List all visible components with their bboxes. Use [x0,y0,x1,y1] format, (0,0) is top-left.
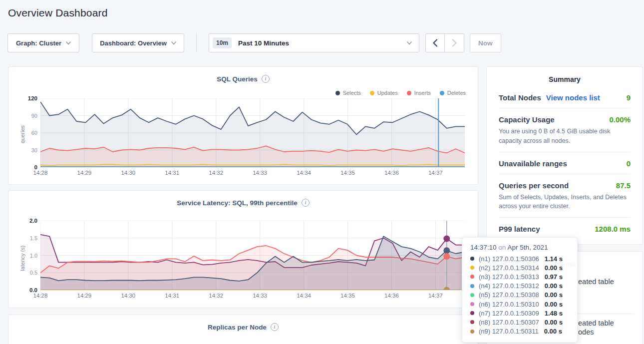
tooltip-row: (n6) 127.0.0.1:503100.00 s [470,300,570,309]
time-next-button[interactable] [445,33,464,52]
summary-row: Capacity Usage0.00%You are using 0 B of … [499,108,631,152]
tooltip-node: (n6) 127.0.0.1:50310 [479,301,539,308]
sql-legend: SelectsUpdatesInsertsDeletes [335,90,466,96]
tooltip-time: 14:37:10 [470,244,497,251]
chevron-down-icon [407,41,412,45]
x-axis-tick: 14:36 [384,293,399,299]
summary-desc: You are using 0 B of 4.5 GiB usable disk… [499,127,631,146]
legend-label: Selects [343,90,361,96]
y-axis-label: latency (s) [19,246,25,271]
overview-dashboard-page: Overview Dashboard Graph: Cluster Dashbo… [0,0,644,344]
summary-rows: Total NodesView nodes list9Capacity Usag… [487,86,643,239]
x-axis-tick: 14:33 [253,293,267,299]
summary-row: Unavailable ranges0 [499,152,631,174]
tooltip-row: (n5) 127.0.0.1:503080.00 s [470,291,570,300]
dashboard-dropdown[interactable]: Dashboard: Overview [92,33,184,52]
page-title: Overview Dashboard [8,7,108,19]
time-range-dropdown[interactable]: 10m Past 10 Minutes [209,33,419,52]
dashboard-dropdown-label: Dashboard: Overview [100,39,167,47]
x-axis-tick: 14:30 [121,293,135,299]
y-axis-tick: 60 [31,130,37,136]
tooltip-date: Apr 5th, 2021 [507,244,548,251]
tooltip-value: 0.00 s [545,291,563,299]
y-axis-tick: 2.0 [29,218,37,224]
summary-value: 1208.0 ms [595,225,631,233]
legend-dot [407,91,411,95]
tooltip-node: (n5) 127.0.0.1:50308 [479,291,539,299]
tooltip-value: 0.00 s [545,282,563,290]
tooltip-node: (n8) 127.0.0.1:50307 [479,319,539,326]
x-axis-ticks: 14:2814:2914:3014:3114:3214:3314:3414:35… [40,170,465,178]
summary-panel: Summary Total NodesView nodes list9Capac… [486,66,643,245]
tooltip-node: (n2) 127.0.0.1:50314 [479,264,539,272]
event-text-fragment: eated table [578,278,614,286]
tooltip-timestamp: 14:37:10 on Apr 5th, 2021 [470,244,570,251]
legend-item-updates[interactable]: Updates [370,90,398,96]
tooltip-node: (n9) 127.0.0.1:50311 [479,328,539,335]
summary-label: Total Nodes [499,93,541,102]
info-icon[interactable]: i [262,75,270,83]
y-axis-tick: 0.5 [30,270,37,276]
series-color-dot [470,330,474,334]
series-color-dot [470,266,474,270]
summary-label: Unavailable ranges [499,159,567,168]
x-axis-tick: 14:34 [297,293,311,299]
tooltip-node: (n4) 127.0.0.1:50312 [479,282,539,290]
graph-dropdown[interactable]: Graph: Cluster [7,33,79,52]
x-axis-tick: 14:28 [33,293,48,299]
series-color-dot [470,293,474,297]
tooltip-value: 0.00 s [544,328,562,335]
time-prev-button[interactable] [425,33,445,52]
summary-label: Capacity Usage [499,115,555,124]
legend-item-selects[interactable]: Selects [335,90,361,96]
summary-row: P99 latency1208.0 ms [499,217,631,239]
series-color-dot [470,275,474,279]
summary-label: P99 latency [499,225,540,233]
view-nodes-link[interactable]: View nodes list [546,93,600,102]
y-axis-tick: 90 [31,113,37,119]
tooltip-node: (n3) 127.0.0.1:50313 [479,273,539,281]
service-latency-chart[interactable] [40,221,465,290]
x-axis-tick: 14:29 [77,293,91,299]
x-axis-tick: 14:29 [77,170,91,176]
sql-queries-chart[interactable] [40,98,465,167]
x-axis-tick: 14:35 [340,170,355,176]
x-axis-tick: 14:34 [297,170,311,176]
sql-queries-title-row: SQL Queries i [8,75,478,83]
tooltip-row: (n9) 127.0.0.1:503110.00 s [470,327,570,336]
tooltip-value: 1.48 s [545,310,563,317]
legend-dot [370,91,374,95]
info-icon[interactable]: i [271,323,279,331]
y-axis-tick: 1.5 [30,235,37,241]
summary-desc: Sum of Selects, Updates, Inserts, and De… [499,193,631,212]
graph-dropdown-label: Graph: Cluster [16,39,61,47]
service-latency-card: Service Latency: SQL, 99th percentile i … [8,190,478,308]
tooltip-value: 1.14 s [545,255,563,263]
now-button[interactable]: Now [470,33,501,52]
y-axis-label: queries [19,125,25,143]
legend-item-inserts[interactable]: Inserts [407,90,431,96]
x-axis-tick: 14:31 [165,170,179,176]
x-axis-tick: 14:30 [121,170,135,176]
legend-item-deletes[interactable]: Deletes [440,90,466,96]
summary-row: Queries per second87.5Sum of Selects, Up… [499,174,631,218]
x-axis-tick: 14:37 [428,293,443,299]
summary-label: Queries per second [499,181,569,190]
time-range-label: Past 10 Minutes [238,39,289,47]
tooltip-row: (n2) 127.0.0.1:503140.00 s [470,263,570,272]
tooltip-rows: (n1) 127.0.0.1:503061.14 s(n2) 127.0.0.1… [470,254,570,336]
replicas-title-row: Replicas per Node i [8,323,478,331]
series-color-dot [470,320,474,324]
summary-row: Total NodesView nodes list9 [499,86,631,108]
x-axis-tick: 14:37 [428,170,443,176]
summary-value: 0.00% [609,115,631,124]
replicas-title: Replicas per Node [208,324,267,331]
info-icon[interactable]: i [302,199,310,207]
replicas-per-node-card: Replicas per Node i [8,315,478,344]
legend-label: Updates [377,90,398,96]
series-color-dot [470,257,474,261]
y-axis-tick: 30 [31,147,37,153]
series-color-dot [470,311,474,315]
summary-value: 0 [627,159,631,168]
series-color-dot [470,302,474,306]
